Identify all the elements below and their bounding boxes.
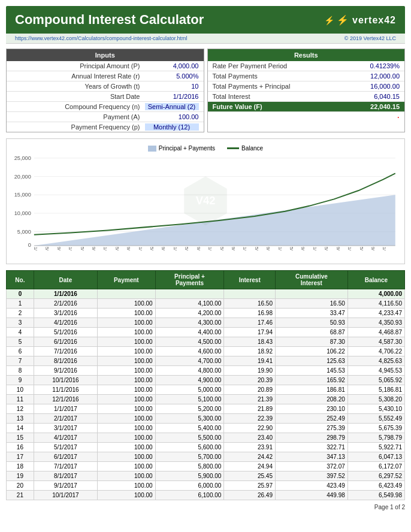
- table-cell: 100.00: [98, 385, 156, 395]
- page-title: Compound Interest Calculator: [15, 12, 204, 28]
- table-cell: 4,800.00: [155, 366, 224, 376]
- input-row-3: Start Date 1/1/2016: [7, 92, 204, 102]
- table-cell: 5: [7, 337, 34, 347]
- svg-text:5/1/2017: 5/1/2017: [80, 247, 84, 250]
- table-cell: 2: [7, 309, 34, 318]
- table-cell: 9: [7, 376, 34, 385]
- table-cell: 100.00: [98, 337, 156, 347]
- table-row: 34/1/2016100.004,300.0017.4650.934,350.9…: [7, 318, 405, 328]
- table-cell: 21: [7, 491, 34, 500]
- svg-text:1/1/2022: 1/1/2022: [242, 247, 247, 250]
- svg-text:5/1/2019: 5/1/2019: [149, 247, 154, 250]
- result-label-2: Total Payments + Principal: [213, 83, 352, 90]
- svg-text:9/1/2017: 9/1/2017: [91, 247, 96, 250]
- copyright: © 2019 Vertex42 LLC: [344, 35, 396, 41]
- table-cell: 12: [7, 404, 34, 414]
- table-cell: 208.20: [275, 395, 347, 404]
- table-cell: 16.50: [224, 299, 276, 309]
- table-cell: 4,000.00: [347, 289, 404, 299]
- table-cell: 7: [7, 356, 34, 366]
- svg-text:9/1/2016: 9/1/2016: [56, 247, 61, 250]
- input-value-6[interactable]: Monthly (12): [145, 123, 199, 131]
- table-cell: 3/1/2016: [34, 309, 97, 318]
- table-row: 165/1/2017100.005,600.0023.91322.715,922…: [7, 443, 405, 452]
- input-row-1: Annual Interest Rate (r) 5.000%: [7, 71, 204, 81]
- table-cell: 20: [7, 481, 34, 491]
- result-value-2: 16,000.00: [352, 83, 400, 90]
- table-cell: 6,100.00: [155, 491, 224, 500]
- table-cell: 4,706.22: [347, 347, 404, 356]
- input-row-5: Payment (A) 100.00: [7, 112, 204, 122]
- svg-text:5/1/2016: 5/1/2016: [44, 247, 49, 250]
- legend-label-balance: Balance: [241, 145, 263, 152]
- table-cell: 5,065.92: [347, 376, 404, 385]
- svg-text:1/1/2024: 1/1/2024: [312, 247, 317, 250]
- input-label-1: Annual Interest Rate (r): [11, 72, 145, 80]
- legend-box-principal: [148, 146, 156, 152]
- results-title: Results: [208, 49, 405, 61]
- table-cell: 22.90: [224, 424, 276, 433]
- table-cell: 100.00: [98, 347, 156, 356]
- table-cell: 9/1/2017: [34, 481, 97, 491]
- table-row: 23/1/2016100.004,200.0016.9833.474,233.4…: [7, 309, 405, 318]
- table-cell: 252.49: [275, 414, 347, 424]
- table-cell: 5,922.71: [347, 443, 404, 452]
- table-cell: 4,400.00: [155, 328, 224, 337]
- table-cell: 5,798.79: [347, 433, 404, 443]
- table-cell: 5,800.00: [155, 462, 224, 471]
- th-payment: Payment: [98, 271, 156, 289]
- subheader: https://www.vertex42.com/Calculators/com…: [6, 34, 405, 44]
- table-cell: 15: [7, 433, 34, 443]
- table-cell: 423.49: [275, 481, 347, 491]
- table-cell: 68.87: [275, 328, 347, 337]
- svg-text:15,000: 15,000: [14, 192, 31, 198]
- table-cell: 23.91: [224, 443, 276, 452]
- table-cell: 322.71: [275, 443, 347, 452]
- result-value-3: 6,040.15: [352, 93, 400, 100]
- table-cell: 100.00: [98, 356, 156, 366]
- table-cell: 0: [7, 289, 34, 299]
- table-cell: 5,600.00: [155, 443, 224, 452]
- table-cell: 19.41: [224, 356, 276, 366]
- svg-text:5/1/2021: 5/1/2021: [219, 247, 224, 250]
- input-row-0: Principal Amount (P) 4,000.00: [7, 61, 204, 71]
- results-section: Results Rate Per Payment Period 0.41239%…: [207, 49, 406, 132]
- svg-text:1/1/2025: 1/1/2025: [347, 247, 352, 250]
- input-value-0: 4,000.00: [145, 62, 199, 69]
- table-cell: 16.98: [224, 309, 276, 318]
- table-cell: 100.00: [98, 366, 156, 376]
- url-link[interactable]: https://www.vertex42.com/Calculators/com…: [15, 35, 188, 41]
- inputs-section: Inputs Principal Amount (P) 4,000.00 Ann…: [6, 49, 204, 132]
- chart-svg: 25,000 20,000 15,000 10,000 5,000 0 V42 …: [10, 155, 401, 250]
- table-cell: 16.50: [275, 299, 347, 309]
- legend-label-principal: Principal + Payments: [159, 145, 215, 152]
- table-cell: 125.63: [275, 356, 347, 366]
- input-value-4[interactable]: Semi-Annual (2): [145, 103, 199, 110]
- table-cell: 25.45: [224, 471, 276, 481]
- table-cell: 100.00: [98, 491, 156, 500]
- header: Compound Interest Calculator ⚡ ⚡ vertex4…: [6, 6, 405, 34]
- table-row: 198/1/2017100.005,900.0025.45397.526,297…: [7, 471, 405, 481]
- table-cell: 21.39: [224, 395, 276, 404]
- table-cell: 4,233.47: [347, 309, 404, 318]
- table-cell: 100.00: [98, 433, 156, 443]
- table-cell: 5,100.00: [155, 395, 224, 404]
- table-row: 56/1/2016100.004,500.0018.4387.304,587.3…: [7, 337, 405, 347]
- table-cell: 347.13: [275, 452, 347, 462]
- table-cell: 5,400.00: [155, 424, 224, 433]
- table-cell: 1/1/2016: [34, 289, 97, 299]
- legend-item-principal: Principal + Payments: [148, 145, 215, 152]
- table-cell: 100.00: [98, 443, 156, 452]
- table-cell: 11/1/2016: [34, 385, 97, 395]
- table-cell: 5,430.10: [347, 404, 404, 414]
- table-cell: 33.47: [275, 309, 347, 318]
- table-cell: 5,900.00: [155, 471, 224, 481]
- table-cell: 100.00: [98, 462, 156, 471]
- table-row: 78/1/2016100.004,700.0019.41125.634,825.…: [7, 356, 405, 366]
- table-cell: 6,000.00: [155, 481, 224, 491]
- table-cell: 4/1/2017: [34, 433, 97, 443]
- svg-text:1/1/2019: 1/1/2019: [138, 247, 143, 250]
- result-value-4: 22,040.15: [352, 103, 400, 110]
- table-cell: 7/1/2016: [34, 347, 97, 356]
- logo: ⚡ ⚡ vertex42: [324, 14, 396, 26]
